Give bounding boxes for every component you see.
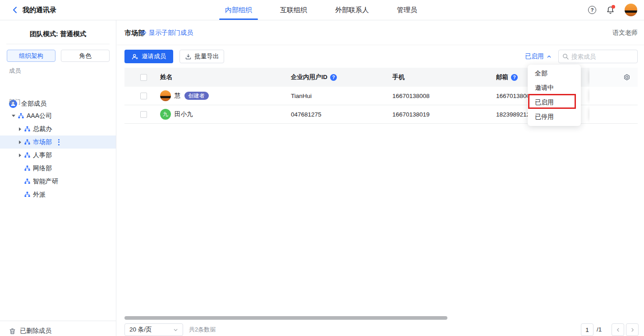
column-header-name: 姓名 (153, 68, 284, 87)
next-page-button[interactable] (626, 323, 639, 336)
menu-item-enabled[interactable]: 已启用 (528, 95, 581, 110)
page-size-select[interactable]: 20 条/页 (124, 323, 183, 336)
notification-badge (612, 5, 615, 9)
eye-icon (140, 29, 147, 36)
row-checkbox[interactable] (140, 111, 147, 118)
help-tooltip-icon[interactable]: ? (511, 74, 518, 81)
status-filter-value: 已启用 (525, 52, 544, 61)
batch-export-button[interactable]: 批量导出 (179, 50, 224, 63)
caret-right-icon[interactable] (18, 140, 22, 144)
back-button[interactable]: 我的通讯录 (12, 0, 56, 20)
deleted-members-label: 已删除成员 (20, 327, 51, 335)
tab-internal-org[interactable]: 内部组织 (219, 0, 258, 20)
departments-section-label: 部门 (9, 98, 21, 106)
sidebar-divider (6, 44, 110, 44)
member-phone: 16670138019 (386, 105, 489, 123)
batch-export-label: 批量导出 (195, 52, 219, 61)
tree-node-label: 外派 (33, 191, 46, 199)
member-avatar: 九 (160, 109, 171, 120)
prev-page-button[interactable] (612, 323, 624, 336)
notification-bell-icon[interactable] (606, 6, 615, 14)
tree-node-dept[interactable]: 人事部 (0, 149, 116, 162)
gear-icon[interactable] (623, 74, 630, 81)
department-icon (24, 126, 30, 132)
department-icon (24, 191, 30, 197)
row-actions-cell (589, 87, 638, 105)
back-chevron-icon (12, 6, 18, 14)
chevron-down-icon (173, 327, 178, 332)
download-icon (185, 53, 192, 60)
search-member-box (558, 50, 638, 63)
status-filter-dropdown[interactable]: 已启用 (525, 50, 552, 63)
deleted-members-item[interactable]: 已删除成员 (0, 321, 116, 335)
column-header-userid: 企业内用户ID ? (284, 68, 386, 87)
sidebar-bottom: 已删除成员 (0, 321, 116, 335)
search-icon (562, 53, 569, 60)
help-icon[interactable]: ? (588, 6, 596, 14)
tree-node-label: AAA公司 (27, 112, 52, 120)
page-number-input[interactable] (581, 323, 593, 336)
top-navigation-bar: 我的通讯录 内部组织 互联组织 外部联系人 管理员 ? (0, 0, 644, 20)
members-section-label: 成员 (9, 67, 21, 75)
main-content: 市场部 显示子部门成员 语文老师 邀请成员 批量导出 已启用 (117, 20, 644, 336)
department-icon (24, 178, 30, 184)
department-icon (18, 113, 24, 119)
tree-node-label: 人事部 (33, 151, 52, 159)
member-name: 田小九 (175, 110, 193, 118)
chevron-up-icon (547, 54, 552, 59)
page-size-value: 20 条/页 (129, 326, 152, 334)
tree-node-dept[interactable]: 网络部 (0, 162, 116, 175)
pagination-bar: 20 条/页 共2条数据 /1 (117, 323, 644, 336)
roles-button[interactable]: 角色 (61, 50, 110, 62)
page-title: 我的通讯录 (23, 6, 56, 14)
menu-item-all[interactable]: 全部 (528, 66, 581, 81)
creator-badge: 创建者 (184, 92, 209, 100)
menu-item-disabled[interactable]: 已停用 (528, 110, 581, 124)
department-icon (24, 152, 30, 158)
person-add-icon (132, 53, 138, 60)
trash-icon (9, 328, 16, 335)
total-pages-label: /1 (597, 323, 602, 336)
horizontal-scrollbar[interactable] (124, 316, 447, 320)
tab-external-contacts[interactable]: 外部联系人 (329, 0, 375, 20)
sidebar: 团队模式: 普通模式 组织架构 角色 成员 全部成员 部门 AAA公司 总裁办 (0, 20, 116, 336)
search-member-input[interactable] (571, 53, 634, 60)
caret-down-icon[interactable] (11, 115, 16, 117)
tree-node-dept[interactable]: 外派 (0, 188, 116, 201)
tab-connected-org[interactable]: 互联组织 (274, 0, 313, 20)
member-avatar (160, 90, 171, 101)
tree-node-label: 智能产研 (33, 177, 58, 186)
select-all-checkbox[interactable] (140, 74, 147, 81)
dept-more-menu-icon[interactable] (58, 139, 60, 145)
menu-item-inviting[interactable]: 邀请中 (528, 81, 581, 95)
member-userid: TianHui (284, 87, 386, 105)
top-tabs: 内部组织 互联组织 外部联系人 管理员 (219, 0, 423, 20)
tab-admins[interactable]: 管理员 (391, 0, 423, 20)
member-phone: 16670138008 (386, 87, 489, 105)
tree-node-label: 市场部 (33, 138, 52, 146)
user-avatar[interactable] (625, 4, 637, 16)
topbar-right-icons: ? (588, 0, 637, 20)
show-sub-dept-label: 显示子部门成员 (149, 29, 193, 37)
org-structure-button[interactable]: 组织架构 (7, 50, 55, 62)
tree-node-label: 网络部 (33, 164, 52, 173)
show-sub-dept-link[interactable]: 显示子部门成员 (140, 20, 193, 45)
status-filter-menu: 全部 邀请中 已启用 已停用 (528, 65, 581, 126)
caret-right-icon[interactable] (18, 127, 22, 131)
column-settings-cell (589, 68, 638, 87)
tree-node-root[interactable]: AAA公司 (0, 109, 116, 122)
all-members-label: 全部成员 (21, 100, 46, 108)
tree-node-label: 总裁办 (33, 125, 52, 133)
member-name: 慧 (175, 92, 181, 100)
row-checkbox[interactable] (140, 93, 147, 99)
help-tooltip-icon[interactable]: ? (330, 74, 337, 81)
tree-node-dept[interactable]: 智能产研 (0, 175, 116, 188)
row-actions-cell (589, 105, 638, 123)
tree-node-dept-selected[interactable]: 市场部 (0, 135, 116, 149)
caret-right-icon[interactable] (18, 154, 22, 157)
department-tree: AAA公司 总裁办 市场部 人事部 (0, 109, 116, 201)
member-userid: 047681275 (284, 105, 386, 123)
invite-member-label: 邀请成员 (142, 52, 166, 61)
tree-node-dept[interactable]: 总裁办 (0, 122, 116, 135)
invite-member-button[interactable]: 邀请成员 (124, 50, 173, 63)
